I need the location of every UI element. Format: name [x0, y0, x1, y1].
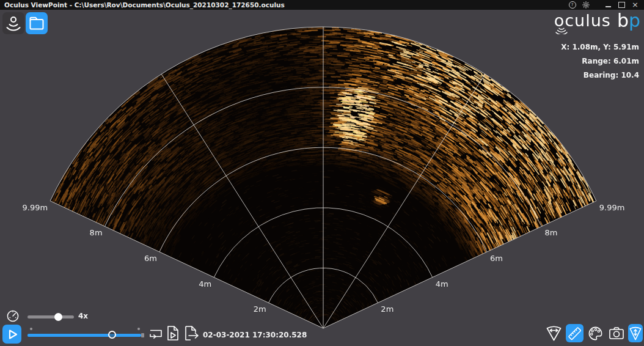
range-ring-label-right: 9.99m — [599, 203, 625, 212]
maximize-icon — [618, 2, 625, 8]
speed-value-label: 4x — [78, 312, 88, 320]
timeline-track[interactable] — [27, 334, 141, 337]
camera-snapshot-button[interactable] — [607, 324, 625, 342]
sonar-device-icon — [4, 13, 23, 33]
playback-speed-gauge — [6, 309, 20, 325]
ruler-measure-icon — [566, 325, 583, 342]
readout-range: Range: 6.01m — [561, 54, 639, 68]
readout-bearing: Bearing: 10.4 — [561, 68, 639, 83]
sonar-fan-display[interactable] — [0, 0, 644, 346]
ruler-measure-button[interactable] — [566, 324, 584, 342]
timeline-endcap — [141, 333, 144, 337]
loop-playback-icon — [148, 328, 163, 340]
window-controls: ? × — [568, 1, 644, 9]
close-icon: × — [632, 1, 639, 9]
settings-gear-button[interactable] — [582, 1, 590, 9]
play-icon — [4, 326, 20, 342]
loop-playback-button[interactable] — [148, 328, 163, 343]
fan-range-button[interactable] — [628, 324, 643, 342]
gear-icon — [582, 1, 590, 9]
timeline-scrubber[interactable] — [27, 330, 144, 340]
readout-xy: X: 1.08m, Y: 5.91m — [561, 40, 639, 54]
open-file-folder-icon — [27, 14, 46, 32]
range-ring-label-left: 4m — [199, 279, 211, 289]
export-file-icon — [184, 325, 200, 341]
speed-slider-track[interactable] — [27, 315, 74, 318]
speed-slider-thumb[interactable] — [54, 313, 62, 321]
palette-button[interactable] — [587, 324, 604, 342]
oculus-viewpoint-window: 2m2m4m4m6m6m8m8m9.99m9.99m Oculus ViewPo… — [0, 0, 644, 346]
play-button[interactable] — [2, 325, 21, 344]
range-ring-label-left: 9.99m — [23, 203, 48, 212]
export-file-button[interactable] — [184, 325, 200, 344]
oculus-logo: oculus — [554, 12, 611, 29]
play-file-button[interactable] — [166, 325, 180, 344]
window-title: Oculus ViewPoint - C:\Users\Rov\Document… — [0, 1, 285, 9]
range-ring-label-left: 8m — [90, 228, 103, 237]
palette-icon — [587, 325, 604, 342]
range-ring-label-left: 2m — [254, 304, 266, 314]
help-button[interactable]: ? — [568, 1, 576, 9]
play-file-icon — [166, 325, 180, 341]
range-ring-label-left: 6m — [144, 254, 157, 263]
range-ring-label-right: 4m — [436, 279, 448, 289]
fan-range-icon — [629, 325, 642, 341]
title-bar[interactable]: Oculus ViewPoint - C:\Users\Rov\Document… — [0, 0, 644, 10]
display-tools — [545, 324, 643, 342]
bp-logo: bp — [617, 12, 640, 29]
speed-slider[interactable] — [27, 313, 74, 320]
fan-width-button[interactable] — [545, 324, 563, 342]
playback-timestamp: 02-03-2021 17:30:20.528 — [203, 331, 307, 339]
close-button[interactable]: × — [631, 1, 639, 9]
timeline-thumb[interactable] — [108, 331, 116, 339]
open-file-button[interactable] — [26, 12, 48, 34]
oculus-logo-arcs-icon — [555, 27, 568, 34]
range-ring-label-right: 6m — [490, 254, 503, 263]
minimize-button[interactable] — [604, 1, 612, 9]
cursor-readout: X: 1.08m, Y: 5.91m Range: 6.01m Bearing:… — [561, 40, 639, 83]
range-ring-label-right: 8m — [544, 228, 557, 237]
minimize-icon — [606, 6, 611, 7]
speed-gauge-icon — [6, 309, 20, 323]
fan-width-icon — [546, 325, 562, 342]
branding: oculus bp — [554, 12, 640, 29]
maximize-button[interactable] — [618, 1, 626, 9]
sonar-device-button[interactable] — [2, 12, 24, 34]
range-ring-label-right: 2m — [381, 304, 393, 314]
camera-snapshot-icon — [608, 325, 625, 341]
